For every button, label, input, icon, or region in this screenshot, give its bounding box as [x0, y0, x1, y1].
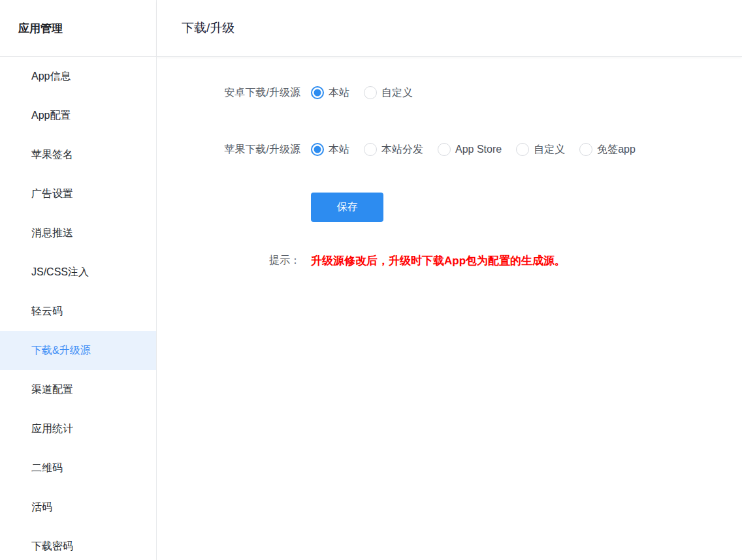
sidebar-item[interactable]: 苹果签名 [0, 135, 156, 174]
sidebar-item[interactable]: App信息 [0, 57, 156, 96]
radio-unselected-icon [364, 143, 377, 156]
save-button[interactable]: 保存 [311, 193, 383, 222]
form-row-label: 苹果下载/升级源 [157, 143, 300, 157]
save-row: 保存 [157, 192, 742, 222]
radio-option[interactable]: 免签app [579, 143, 636, 157]
radio-option[interactable]: 自定义 [516, 143, 565, 157]
sidebar-item[interactable]: 消息推送 [0, 213, 156, 253]
radio-option-label: 自定义 [534, 143, 565, 157]
tip-label: 提示： [157, 254, 300, 268]
form-row: 苹果下载/升级源本站本站分发App Store自定义免签app [157, 136, 742, 163]
radio-selected-icon [311, 143, 324, 156]
sidebar: 应用管理 App信息App配置苹果签名广告设置消息推送JS/CSS注入轻云码下载… [0, 0, 157, 560]
app-window: 应用管理 App信息App配置苹果签名广告设置消息推送JS/CSS注入轻云码下载… [0, 0, 742, 560]
sidebar-item[interactable]: 渠道配置 [0, 370, 156, 409]
radio-unselected-icon [438, 143, 451, 156]
sidebar-title: 应用管理 [0, 0, 156, 57]
tip-text: 升级源修改后，升级时下载App包为配置的生成源。 [311, 253, 566, 268]
radio-option[interactable]: App Store [438, 143, 502, 156]
radio-unselected-icon [516, 143, 529, 156]
radio-unselected-icon [579, 143, 592, 156]
radio-option-label: 本站 [329, 143, 349, 157]
radio-option[interactable]: 本站 [311, 86, 349, 100]
radio-option-label: 本站 [329, 86, 349, 100]
sidebar-item[interactable]: 二维码 [0, 448, 156, 488]
form-row-label: 安卓下载/升级源 [157, 86, 300, 100]
radio-option-label: 免签app [597, 143, 636, 157]
radio-unselected-icon [364, 86, 377, 99]
sidebar-item[interactable]: 下载&升级源 [0, 331, 156, 370]
sidebar-item[interactable]: 广告设置 [0, 174, 156, 213]
radio-option[interactable]: 自定义 [364, 86, 413, 100]
sidebar-item[interactable]: App配置 [0, 96, 156, 135]
radio-option[interactable]: 本站 [311, 143, 349, 157]
tip-row: 提示： 升级源修改后，升级时下载App包为配置的生成源。 [157, 251, 742, 270]
sidebar-item[interactable]: 下载密码 [0, 527, 156, 560]
radio-group: 本站本站分发App Store自定义免签app [311, 143, 650, 157]
page-title: 下载/升级 [182, 20, 234, 37]
download-upgrade-form: 安卓下载/升级源本站自定义苹果下载/升级源本站本站分发App Store自定义免… [157, 57, 742, 270]
radio-option-label: 本站分发 [381, 143, 423, 157]
radio-option[interactable]: 本站分发 [364, 143, 423, 157]
radio-group: 本站自定义 [311, 86, 427, 100]
sidebar-item[interactable]: 应用统计 [0, 409, 156, 448]
radio-option-label: App Store [455, 144, 502, 155]
form-row: 安卓下载/升级源本站自定义 [157, 80, 742, 106]
sidebar-nav: App信息App配置苹果签名广告设置消息推送JS/CSS注入轻云码下载&升级源渠… [0, 57, 156, 560]
radio-option-label: 自定义 [381, 86, 413, 100]
radio-selected-icon [311, 86, 324, 99]
main-panel: 下载/升级 安卓下载/升级源本站自定义苹果下载/升级源本站本站分发App Sto… [157, 0, 742, 560]
sidebar-item[interactable]: 轻云码 [0, 292, 156, 331]
page-header: 下载/升级 [157, 0, 742, 57]
sidebar-item[interactable]: JS/CSS注入 [0, 253, 156, 292]
sidebar-item[interactable]: 活码 [0, 488, 156, 527]
